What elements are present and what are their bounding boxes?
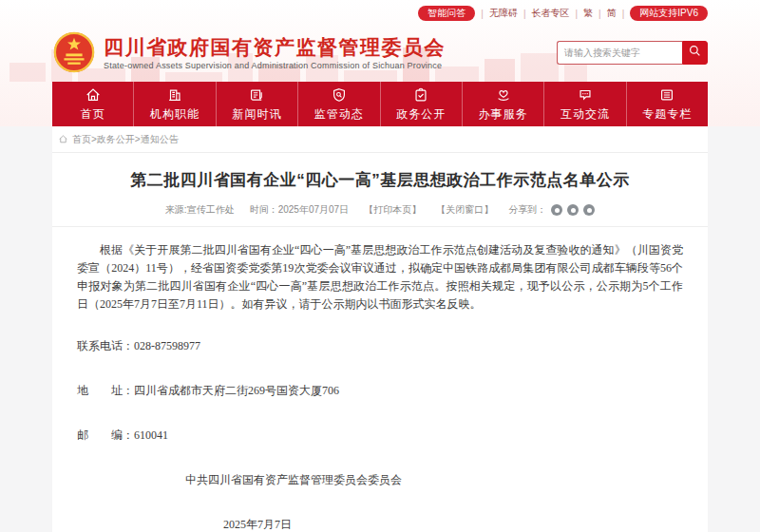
simplified-chinese-link[interactable]: 简	[607, 7, 617, 20]
nav-label: 互动交流	[560, 106, 610, 123]
share-weibo-icon[interactable]	[567, 204, 579, 216]
search-button[interactable]	[682, 41, 708, 65]
share-qq-icon[interactable]	[583, 204, 595, 216]
separator: |	[622, 9, 625, 19]
ipv6-support-button[interactable]: 网站支持IPV6	[630, 6, 708, 21]
meta-time: 时间：2025年07月07日	[250, 203, 350, 217]
article-title: 第二批四川省国有企业“四心一高”基层思想政治工作示范点名单公示	[52, 169, 708, 191]
traditional-chinese-link[interactable]: 繁	[583, 7, 593, 20]
site-subtitle: State-owned Assets Supervision and Admin…	[104, 61, 446, 70]
separator: |	[598, 9, 601, 19]
share-block: 分享到：	[508, 203, 595, 217]
shield-icon	[331, 86, 348, 104]
service-heart-icon	[495, 86, 512, 104]
article-paragraph: 根据《关于开展第二批四川省国有企业“四心一高”基层思想政治工作示范点创建活动及复…	[77, 241, 683, 314]
meta-source: 来源:宣传工作处	[165, 203, 235, 217]
share-wechat-icon[interactable]	[551, 204, 562, 216]
signature-date: 2025年7月7日	[223, 517, 708, 532]
smart-qa-button[interactable]: 智能问答	[418, 6, 475, 21]
nav-item-supervision[interactable]: 监管动态	[298, 82, 380, 126]
nav-label: 监管动态	[314, 106, 364, 123]
signature-org: 中共四川省国有资产监督管理委员会委员会	[185, 472, 708, 488]
page: 智能问答 | 无障碍 | 长者专区 | 繁 | 简 | 网站支持IPV6	[0, 0, 760, 532]
content-background: 首页>政务公开>通知公告 第二批四川省国有企业“四心一高”基层思想政治工作示范点…	[0, 126, 760, 532]
breadcrumb-text: 首页>政务公开>通知公告	[72, 133, 179, 146]
article-meta: 来源:宣传工作处 时间：2025年07月07日 【打印本页】 【关闭窗口】 分享…	[52, 203, 708, 217]
top-utility-bar: 智能问答 | 无障碍 | 长者专区 | 繁 | 简 | 网站支持IPV6	[52, 0, 708, 23]
nav-label: 新闻时讯	[232, 106, 281, 123]
site-header: 四川省政府国有资产监督管理委员会 State-owned Assets Supe…	[52, 23, 708, 82]
nav-label: 专题专栏	[642, 106, 692, 123]
topics-icon	[658, 86, 675, 104]
contact-zip: 邮 编：610041	[77, 428, 708, 444]
article-body: 根据《关于开展第二批四川省国有企业“四心一高”基层思想政治工作示范点创建活动及复…	[52, 241, 708, 532]
close-window-button[interactable]: 【关闭窗口】	[436, 203, 493, 217]
search-box	[557, 41, 708, 65]
site-title-block: 四川省政府国有资产监督管理委员会 State-owned Assets Supe…	[104, 35, 446, 70]
breadcrumb-home-icon	[58, 134, 68, 146]
contact-phone: 联系电话：028-87598977	[77, 338, 708, 354]
nav-item-functions[interactable]: 机构职能	[134, 82, 216, 126]
national-emblem-logo	[52, 30, 96, 74]
site-title: 四川省政府国有资产监督管理委员会	[104, 35, 446, 59]
separator: |	[523, 9, 526, 19]
nav-label: 办事服务	[479, 106, 528, 123]
site-banner: 智能问答 | 无障碍 | 长者专区 | 繁 | 简 | 网站支持IPV6	[0, 0, 760, 126]
share-label: 分享到：	[508, 203, 546, 217]
elderly-zone-link[interactable]: 长者专区	[531, 7, 569, 20]
nav-label: 政务公开	[396, 106, 446, 123]
clipboard-icon	[412, 86, 429, 104]
nav-label: 机构职能	[150, 106, 200, 123]
nav-item-gov-info[interactable]: 政务公开	[381, 82, 463, 126]
nav-item-home[interactable]: 首页	[52, 82, 134, 126]
breadcrumb[interactable]: 首页>政务公开>通知公告	[52, 126, 708, 153]
search-input[interactable]	[557, 41, 682, 65]
separator: |	[481, 9, 484, 19]
nav-item-interaction[interactable]: 互动交流	[544, 82, 626, 126]
nav-item-services[interactable]: 办事服务	[463, 82, 544, 126]
article-card: 首页>政务公开>通知公告 第二批四川省国有企业“四心一高”基层思想政治工作示范点…	[52, 126, 708, 532]
nav-label: 首页	[81, 106, 105, 123]
meta-divider	[52, 226, 708, 227]
main-navigation: 首页 机构职能 新闻时讯 监管动态	[52, 82, 708, 126]
chat-icon	[577, 86, 594, 104]
nav-item-news[interactable]: 新闻时讯	[217, 82, 298, 126]
nav-item-special-topics[interactable]: 专题专栏	[627, 82, 708, 126]
building-icon	[166, 86, 183, 104]
accessibility-link[interactable]: 无障碍	[489, 7, 518, 20]
separator: |	[575, 9, 578, 19]
home-icon	[85, 86, 102, 104]
search-icon	[688, 44, 702, 62]
news-icon	[248, 86, 265, 104]
print-page-button[interactable]: 【打印本页】	[364, 203, 421, 217]
contact-address: 地 址：四川省成都市天府二街269号国资大厦706	[77, 383, 708, 399]
